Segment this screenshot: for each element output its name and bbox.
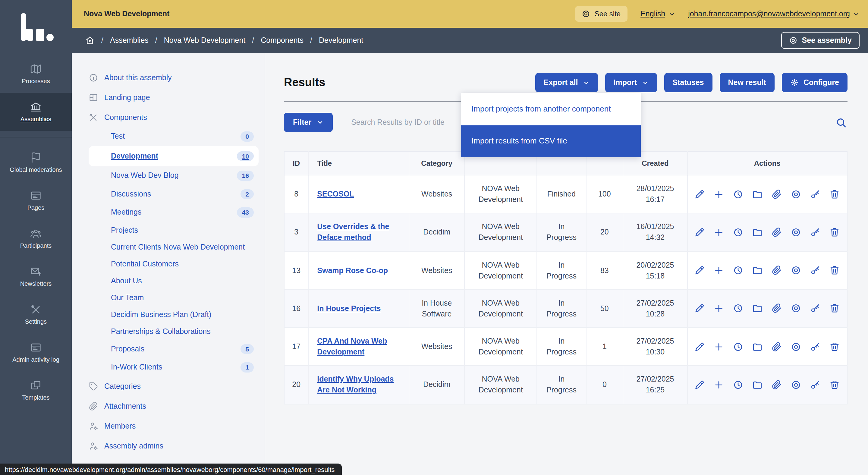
permissions-icon[interactable] <box>810 380 821 390</box>
new-result-button[interactable]: New result <box>720 73 775 92</box>
preview-icon[interactable] <box>791 342 801 352</box>
folder-icon[interactable] <box>752 380 763 390</box>
history-icon[interactable] <box>733 265 744 276</box>
assembly-nav-in-work-clients[interactable]: In-Work Clients1 <box>89 358 254 376</box>
assembly-nav-current-clients-nova-web-development[interactable]: Current Clients Nova Web Development <box>89 239 254 255</box>
assembly-nav-partnerships-collaborations[interactable]: Partnerships & Collaborations <box>89 323 254 340</box>
history-icon[interactable] <box>733 189 744 199</box>
preview-icon[interactable] <box>791 380 801 390</box>
sidebar-item-assemblies[interactable]: Assemblies <box>0 93 72 131</box>
assembly-nav-proposals[interactable]: Proposals5 <box>89 340 254 358</box>
add-icon[interactable] <box>714 342 724 352</box>
sidebar-item-newsletters[interactable]: Newsletters <box>0 257 72 295</box>
assembly-nav-components[interactable]: Components <box>89 107 254 127</box>
delete-icon[interactable] <box>830 304 840 314</box>
assembly-nav-potential-customers[interactable]: Potential Customers <box>89 255 254 272</box>
delete-icon[interactable] <box>830 380 840 390</box>
attachment-icon[interactable] <box>772 342 782 352</box>
see-assembly-button[interactable]: See assembly <box>781 32 860 49</box>
assembly-nav-discussions[interactable]: Discussions2 <box>89 185 254 203</box>
preview-icon[interactable] <box>791 304 801 314</box>
see-site-button[interactable]: See site <box>575 6 627 22</box>
breadcrumb-item[interactable]: Nova Web Development <box>164 36 246 44</box>
folder-icon[interactable] <box>752 227 763 238</box>
folder-icon[interactable] <box>752 342 763 352</box>
delete-icon[interactable] <box>830 189 840 199</box>
assembly-nav-our-team[interactable]: Our Team <box>89 289 254 306</box>
permissions-icon[interactable] <box>810 304 821 314</box>
sidebar-item-templates[interactable]: Templates <box>0 371 72 409</box>
result-link[interactable]: SECOSOL <box>317 190 354 198</box>
permissions-icon[interactable] <box>810 265 821 276</box>
history-icon[interactable] <box>733 342 744 352</box>
edit-icon[interactable] <box>695 304 705 314</box>
attachment-icon[interactable] <box>772 265 782 276</box>
result-link[interactable]: CPA And Nova Web Development <box>317 337 387 356</box>
breadcrumb-item[interactable]: Assemblies <box>110 36 149 44</box>
sidebar-item-pages[interactable]: Pages <box>0 182 72 219</box>
import-menu-item[interactable]: Import results from CSV file <box>461 125 641 157</box>
assembly-nav-members[interactable]: Members <box>89 416 254 436</box>
add-icon[interactable] <box>714 380 724 390</box>
edit-icon[interactable] <box>695 342 705 352</box>
permissions-icon[interactable] <box>810 342 821 352</box>
add-icon[interactable] <box>714 189 724 199</box>
assembly-nav-about-this-assembly[interactable]: About this assembly <box>89 67 254 87</box>
history-icon[interactable] <box>733 227 744 238</box>
assembly-nav-nova-web-dev-blog[interactable]: Nova Web Dev Blog16 <box>89 166 254 185</box>
folder-icon[interactable] <box>752 189 763 199</box>
breadcrumb-item[interactable]: Development <box>319 36 363 44</box>
breadcrumb-item[interactable]: Components <box>261 36 304 44</box>
result-link[interactable]: Use Overrides & the Deface method <box>317 223 389 242</box>
home-icon[interactable] <box>85 36 95 45</box>
sidebar-item-admin-activity-log[interactable]: Admin activity log <box>0 334 72 371</box>
delete-icon[interactable] <box>830 227 840 238</box>
sidebar-item-settings[interactable]: Settings <box>0 295 72 334</box>
attachment-icon[interactable] <box>772 189 782 199</box>
result-link[interactable]: In House Projects <box>317 305 381 313</box>
assembly-nav-projects[interactable]: Projects <box>89 222 254 239</box>
assembly-nav-meetings[interactable]: Meetings43 <box>89 203 254 222</box>
add-icon[interactable] <box>714 227 724 238</box>
sidebar-item-global-moderations[interactable]: Global moderations <box>0 144 72 182</box>
permissions-icon[interactable] <box>810 189 821 199</box>
add-icon[interactable] <box>714 265 724 276</box>
attachment-icon[interactable] <box>772 380 782 390</box>
edit-icon[interactable] <box>695 380 705 390</box>
result-link[interactable]: Identify Why Uploads Are Not Working <box>317 375 394 394</box>
preview-icon[interactable] <box>791 265 801 276</box>
history-icon[interactable] <box>733 380 744 390</box>
attachment-icon[interactable] <box>772 227 782 238</box>
language-menu[interactable]: English <box>641 10 675 18</box>
edit-icon[interactable] <box>695 227 705 238</box>
attachment-icon[interactable] <box>772 304 782 314</box>
edit-icon[interactable] <box>695 189 705 199</box>
assembly-nav-decidim-business-plan-draft-[interactable]: Decidim Business Plan (Draft) <box>89 306 254 323</box>
preview-icon[interactable] <box>791 227 801 238</box>
export-all-button[interactable]: Export all <box>535 73 598 92</box>
folder-icon[interactable] <box>752 265 763 276</box>
import-button[interactable]: Import <box>605 73 657 92</box>
statuses-button[interactable]: Statuses <box>664 73 712 92</box>
sidebar-item-participants[interactable]: Participants <box>0 219 72 257</box>
assembly-nav-development[interactable]: Development10 <box>89 146 258 166</box>
user-menu[interactable]: johan.francocampos@novawebdevelopment.or… <box>688 10 860 18</box>
assembly-nav-attachments[interactable]: Attachments <box>89 396 254 416</box>
import-menu-item[interactable]: Import projects from another component <box>461 93 641 125</box>
preview-icon[interactable] <box>791 189 801 199</box>
permissions-icon[interactable] <box>810 227 821 238</box>
sidebar-item-processes[interactable]: Processes <box>0 55 72 93</box>
result-link[interactable]: Swamp Rose Co-op <box>317 266 388 275</box>
assembly-nav-test[interactable]: Test0 <box>89 127 254 146</box>
add-icon[interactable] <box>714 304 724 314</box>
assembly-nav-about-us[interactable]: About Us <box>89 272 254 289</box>
history-icon[interactable] <box>733 304 744 314</box>
assembly-nav-assembly-admins[interactable]: Assembly admins <box>89 436 254 456</box>
assembly-nav-landing-page[interactable]: Landing page <box>89 87 254 107</box>
filter-button[interactable]: Filter <box>284 113 333 132</box>
delete-icon[interactable] <box>830 342 840 352</box>
search-icon[interactable] <box>835 117 847 128</box>
folder-icon[interactable] <box>752 304 763 314</box>
edit-icon[interactable] <box>695 265 705 276</box>
delete-icon[interactable] <box>830 265 840 276</box>
